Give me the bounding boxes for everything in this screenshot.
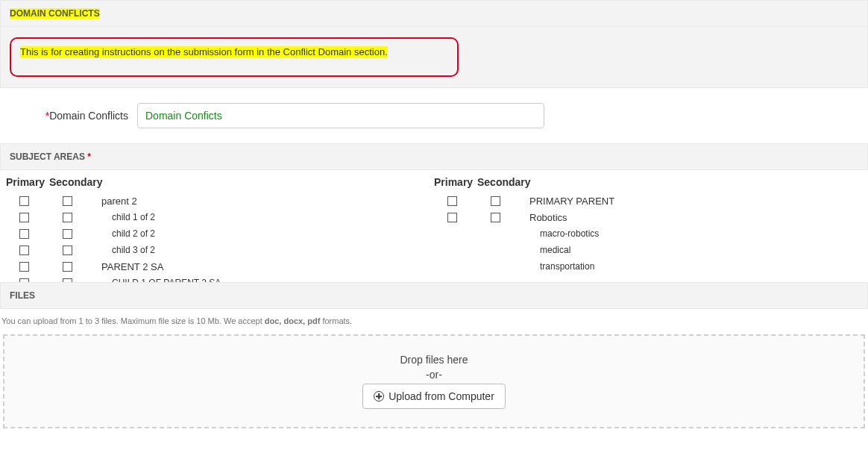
primary-checkbox[interactable] (19, 246, 29, 255)
subject-areas-title: SUBJECT AREAS (10, 151, 85, 162)
primary-checkbox-cell (6, 213, 49, 222)
secondary-checkbox[interactable] (63, 229, 72, 239)
primary-checkbox-cell (434, 213, 477, 222)
domain-conflicts-body: This is for creating instructions on the… (0, 27, 868, 88)
secondary-checkbox[interactable] (491, 213, 500, 222)
primary-checkbox[interactable] (19, 213, 29, 222)
domain-conflicts-field-row: *Domain Conflicts (0, 91, 868, 143)
subject-area-label: child 1 of 2 (92, 212, 155, 222)
secondary-checkbox[interactable] (63, 196, 72, 206)
secondary-checkbox-cell (49, 246, 92, 255)
col-header-primary: Primary (6, 176, 49, 188)
subject-area-row: child 1 of 2 (6, 209, 434, 225)
subject-area-row: transportation (434, 258, 862, 275)
subject-area-label: parent 2 (92, 196, 137, 207)
subject-areas-required: * (87, 151, 91, 162)
upload-button[interactable]: Upload from Computer (362, 384, 506, 409)
col-header-primary: Primary (434, 176, 477, 188)
domain-conflicts-input[interactable] (137, 103, 544, 128)
subject-areas-left-headers: Primary Secondary (6, 176, 434, 193)
primary-checkbox-cell (6, 229, 49, 239)
domain-conflicts-header: DOMAIN CONFLICTS (0, 0, 868, 27)
subject-area-row: PRIMARY PARENT (434, 193, 862, 209)
plus-circle-icon (374, 391, 384, 402)
subject-area-row: child 3 of 2 (6, 242, 434, 258)
domain-conflicts-instruction-box: This is for creating instructions on the… (10, 37, 459, 77)
secondary-checkbox-cell (49, 278, 92, 283)
files-header: FILES (0, 282, 868, 309)
domain-conflicts-label: *Domain Conflicts (9, 110, 137, 122)
secondary-checkbox[interactable] (63, 278, 72, 283)
drop-or: -or- (4, 369, 864, 381)
subject-area-row: macro-robotics (434, 225, 862, 242)
primary-checkbox-cell (6, 262, 49, 272)
subject-areas-right-col: Primary Secondary PRIMARY PARENTRobotics… (434, 176, 862, 282)
primary-checkbox-cell (6, 278, 49, 283)
file-dropzone[interactable]: Drop files here -or- Upload from Compute… (3, 334, 865, 428)
subject-areas-right-headers: Primary Secondary (434, 176, 862, 193)
subject-area-label: child 2 of 2 (92, 228, 155, 239)
drop-text: Drop files here (4, 354, 864, 366)
subject-area-label: macro-robotics (521, 228, 599, 239)
secondary-checkbox[interactable] (491, 196, 500, 206)
files-note: You can upload from 1 to 3 files. Maximu… (0, 309, 868, 333)
primary-checkbox-cell (434, 196, 477, 206)
subject-area-row: parent 2 (6, 193, 434, 209)
secondary-checkbox-cell (49, 213, 92, 222)
secondary-checkbox-cell (49, 196, 92, 206)
secondary-checkbox-cell (477, 196, 521, 206)
subject-area-row: Robotics (434, 209, 862, 225)
subject-area-label: medical (521, 245, 570, 255)
subject-area-row: PARENT 2 SA (6, 258, 434, 275)
subject-areas-left-col: Primary Secondary parent 2child 1 of 2ch… (6, 176, 434, 282)
primary-checkbox[interactable] (19, 262, 29, 272)
subject-area-label: transportation (521, 261, 594, 272)
primary-checkbox-cell (6, 196, 49, 206)
subject-area-label: Robotics (521, 212, 567, 223)
primary-checkbox[interactable] (447, 213, 457, 222)
subject-area-label: child 3 of 2 (92, 245, 155, 255)
subject-area-label: PARENT 2 SA (92, 261, 163, 272)
subject-areas-container[interactable]: Primary Secondary parent 2child 1 of 2ch… (0, 170, 868, 282)
primary-checkbox-cell (6, 246, 49, 255)
subject-areas-header: SUBJECT AREAS * (0, 143, 868, 170)
secondary-checkbox[interactable] (63, 246, 72, 255)
secondary-checkbox-cell (49, 229, 92, 239)
files-title: FILES (10, 290, 35, 301)
domain-conflicts-instruction: This is for creating instructions on the… (20, 46, 388, 57)
primary-checkbox[interactable] (19, 278, 29, 283)
primary-checkbox[interactable] (447, 196, 457, 206)
col-header-secondary: Secondary (49, 176, 103, 188)
primary-checkbox[interactable] (19, 196, 29, 206)
subject-areas-columns: Primary Secondary parent 2child 1 of 2ch… (6, 176, 862, 282)
subject-area-row: medical (434, 242, 862, 258)
subject-area-label: PRIMARY PARENT (521, 196, 614, 207)
subject-area-label: CHILD 1 OF PARENT 2 SA (92, 278, 221, 282)
subject-area-row: child 2 of 2 (6, 225, 434, 242)
secondary-checkbox[interactable] (63, 213, 72, 222)
upload-button-label: Upload from Computer (389, 390, 494, 402)
col-header-secondary: Secondary (477, 176, 531, 188)
secondary-checkbox[interactable] (63, 262, 72, 272)
domain-conflicts-title: DOMAIN CONFLICTS (10, 8, 100, 19)
secondary-checkbox-cell (49, 262, 92, 272)
subject-area-row: CHILD 1 OF PARENT 2 SA (6, 275, 434, 282)
primary-checkbox[interactable] (19, 229, 29, 239)
secondary-checkbox-cell (477, 213, 521, 222)
